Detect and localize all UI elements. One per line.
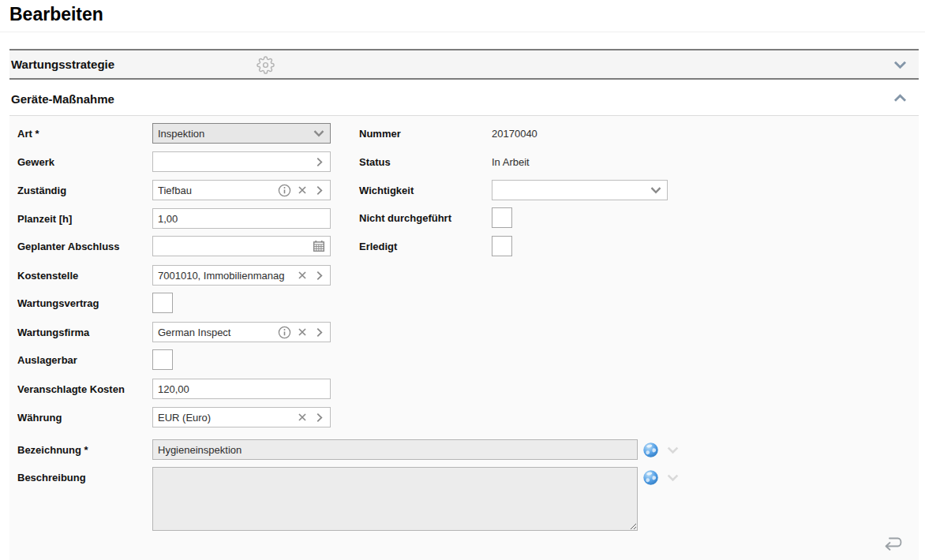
chevron-up-icon[interactable]: [893, 91, 908, 106]
edit-page: Bearbeiten Wartungsstrategie Geräte-Maßn…: [0, 0, 925, 560]
zustaendig-label: Zuständig: [17, 185, 152, 196]
page-title: Bearbeiten: [9, 4, 103, 25]
chevron-right-icon[interactable]: [313, 156, 325, 168]
wartungsfirma-value[interactable]: German Inspect: [158, 327, 272, 338]
status-label: Status: [359, 156, 492, 168]
wartungsfirma-label: Wartungsfirma: [17, 327, 152, 338]
chevron-right-icon[interactable]: [313, 185, 325, 196]
erledigt-label: Erledigt: [359, 241, 492, 252]
planzeit-label: Planzeit [h]: [17, 213, 152, 225]
nummer-value: 20170040: [492, 128, 537, 140]
title-separator: [0, 32, 925, 32]
zustaendig-value[interactable]: Tiefbau: [158, 185, 272, 196]
erledigt-checkbox[interactable]: [492, 236, 512, 256]
row-veranschlagte-kosten: Veranschlagte Kosten: [17, 379, 331, 399]
wichtigkeit-label: Wichtigkeit: [359, 185, 492, 196]
chevron-right-icon[interactable]: [313, 412, 325, 424]
clear-icon[interactable]: [297, 412, 308, 423]
veranschlagte-kosten-label: Veranschlagte Kosten: [17, 383, 152, 395]
translate-expand-icon[interactable]: [666, 443, 680, 457]
status-value: In Arbeit: [492, 156, 530, 168]
chevron-right-icon[interactable]: [313, 270, 325, 282]
beschreibung-textarea[interactable]: [152, 467, 638, 531]
bezeichnung-value: Hygieneinspektion: [158, 444, 632, 456]
section-title: Geräte-Maßnahme: [11, 92, 114, 106]
wartungsvertrag-checkbox[interactable]: [152, 293, 173, 313]
back-icon[interactable]: [881, 532, 906, 553]
waehrung-value[interactable]: EUR (Euro): [158, 412, 291, 424]
calendar-icon[interactable]: [313, 240, 325, 252]
row-kostenstelle: Kostenstelle 7001010, Immobilienmanag: [17, 265, 331, 286]
gewerk-label: Gewerk: [17, 156, 152, 168]
gear-icon[interactable]: [257, 56, 275, 74]
row-gewerk: Gewerk: [17, 151, 331, 172]
info-icon[interactable]: [278, 184, 291, 197]
art-value: Inspektion: [158, 128, 307, 140]
beschreibung-label: Beschreibung: [17, 467, 152, 483]
waehrung-label: Währung: [17, 412, 152, 424]
globe-icon[interactable]: [642, 442, 659, 458]
section-title: Wartungsstrategie: [11, 58, 114, 71]
art-select[interactable]: Inspektion: [152, 123, 331, 144]
gewerk-picker[interactable]: [152, 151, 331, 172]
waehrung-picker[interactable]: EUR (Euro): [152, 407, 331, 427]
row-beschreibung: Beschreibung: [17, 467, 680, 531]
row-planzeit: Planzeit [h]: [17, 208, 331, 229]
clear-icon[interactable]: [297, 270, 308, 281]
wichtigkeit-select[interactable]: [492, 180, 668, 200]
section-header-geraete-massnahme[interactable]: Geräte-Maßnahme: [9, 82, 919, 115]
row-zustaendig: Zuständig Tiefbau: [17, 180, 331, 200]
row-wartungsfirma: Wartungsfirma German Inspect: [17, 322, 331, 342]
translate-expand-icon[interactable]: [666, 471, 680, 484]
chevron-down-icon[interactable]: [893, 57, 908, 72]
geraete-massnahme-panel: Art * Inspektion Gewerk Zuständig Tiefba…: [9, 115, 919, 560]
row-status: Status In Arbeit: [359, 151, 530, 172]
zustaendig-picker[interactable]: Tiefbau: [152, 180, 331, 200]
planzeit-input[interactable]: [152, 208, 331, 229]
bezeichnung-field[interactable]: Hygieneinspektion: [152, 439, 638, 460]
nicht-durchgefuehrt-label: Nicht durchgeführt: [359, 212, 492, 224]
art-label: Art *: [17, 128, 152, 140]
clear-icon[interactable]: [297, 185, 308, 196]
row-auslagerbar: Auslagerbar: [17, 349, 173, 370]
row-wichtigkeit: Wichtigkeit: [359, 180, 668, 200]
auslagerbar-checkbox[interactable]: [152, 349, 173, 370]
bezeichnung-label: Bezeichnung *: [17, 444, 152, 456]
kostenstelle-picker[interactable]: 7001010, Immobilienmanag: [152, 265, 331, 286]
kostenstelle-label: Kostenstelle: [17, 270, 152, 282]
wartungsfirma-picker[interactable]: German Inspect: [152, 322, 331, 342]
chevron-down-icon[interactable]: [313, 127, 325, 140]
kostenstelle-value[interactable]: 7001010, Immobilienmanag: [158, 270, 291, 282]
veranschlagte-kosten-input[interactable]: [152, 379, 331, 399]
chevron-right-icon[interactable]: [313, 327, 325, 338]
section-header-wartungsstrategie[interactable]: Wartungsstrategie: [9, 49, 919, 80]
row-geplanter-abschluss: Geplanter Abschluss: [17, 236, 331, 256]
row-wartungsvertrag: Wartungsvertrag: [17, 293, 173, 313]
geplanter-abschluss-label: Geplanter Abschluss: [17, 241, 152, 252]
clear-icon[interactable]: [297, 327, 308, 338]
row-erledigt: Erledigt: [359, 236, 512, 256]
wartungsvertrag-label: Wartungsvertrag: [17, 297, 152, 309]
geplanter-abschluss-datefield[interactable]: [152, 236, 331, 256]
row-nummer: Nummer 20170040: [359, 123, 537, 144]
auslagerbar-label: Auslagerbar: [17, 354, 152, 366]
nummer-label: Nummer: [359, 128, 492, 140]
chevron-down-icon[interactable]: [650, 184, 662, 196]
info-icon[interactable]: [278, 326, 291, 339]
row-bezeichnung: Bezeichnung * Hygieneinspektion: [17, 439, 680, 460]
row-art: Art * Inspektion: [17, 123, 331, 144]
globe-icon[interactable]: [642, 469, 659, 486]
row-waehrung: Währung EUR (Euro): [17, 407, 331, 427]
row-nicht-durchgefuehrt: Nicht durchgeführt: [359, 207, 512, 228]
nicht-durchgefuehrt-checkbox[interactable]: [492, 207, 512, 228]
